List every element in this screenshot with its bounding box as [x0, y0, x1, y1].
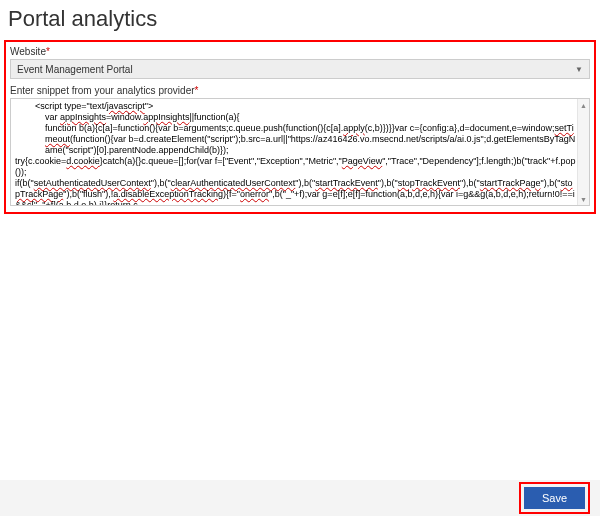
scroll-down-icon[interactable]: ▼ — [578, 193, 589, 205]
save-button[interactable]: Save — [524, 487, 585, 509]
form-highlight-box: Website* Event Management Portal ▼ Enter… — [4, 40, 596, 214]
chevron-down-icon: ▼ — [575, 65, 583, 74]
website-dropdown-value: Event Management Portal — [17, 64, 133, 75]
footer-bar: Save — [0, 480, 600, 516]
website-label: Website* — [10, 46, 590, 57]
page-title: Portal analytics — [0, 0, 600, 40]
snippet-content: <script type="text/javascript">var appIn… — [11, 99, 589, 205]
website-dropdown[interactable]: Event Management Portal ▼ — [10, 59, 590, 79]
scrollbar[interactable]: ▲ ▼ — [577, 99, 589, 205]
scroll-up-icon[interactable]: ▲ — [578, 99, 589, 111]
save-highlight: Save — [519, 482, 590, 514]
snippet-label: Enter snippet from your analytics provid… — [10, 85, 590, 96]
snippet-textarea[interactable]: <script type="text/javascript">var appIn… — [10, 98, 590, 206]
